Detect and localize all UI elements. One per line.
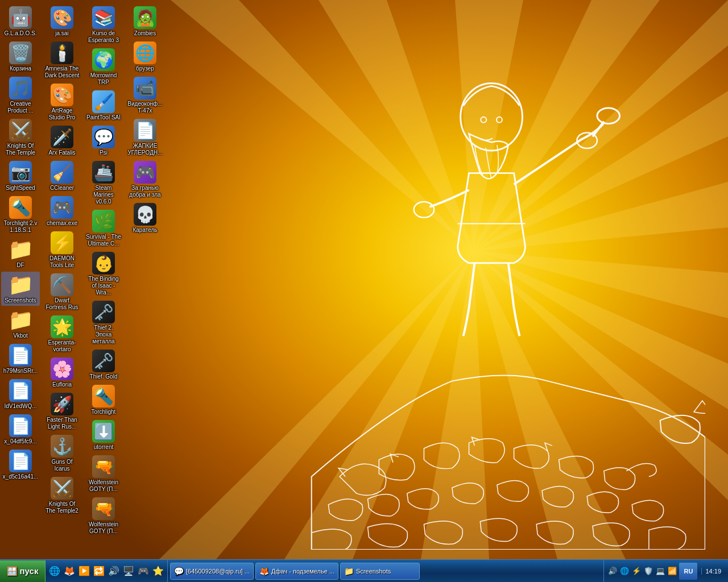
svg-point-17 (497, 117, 502, 123)
icon-dwarf[interactable]: ⛏️ Dwarf Fortress Rus (43, 272, 81, 313)
utorrent-icon: ⬇️ (92, 420, 115, 443)
icon-creative[interactable]: 🎵 Creative Product ... (1, 75, 40, 116)
icon-karatel[interactable]: 💀 Каратель (126, 201, 164, 235)
icon-wolfenstein2[interactable]: 🔫 Wolfenstein GOTY (П... (84, 496, 123, 537)
icon-videokonf[interactable]: 📹 Видеоконф... T-47x (126, 75, 164, 116)
icon-wolfenstein[interactable]: 🔫 Wolfenstein GOTY (П... (84, 454, 123, 494)
tray-icon-6[interactable]: 📶 (667, 566, 677, 576)
icon-torchlight2[interactable]: 🔦 Torchlight 2.v 1.18.S.1 (1, 194, 40, 235)
ql-sync-icon[interactable]: 🔁 (92, 564, 106, 578)
svg-marker-7 (473, 251, 626, 559)
icon-morrowind[interactable]: 🌍 Morrowind TRP (84, 47, 123, 88)
icon-kurso[interactable]: 📚 Kurso de Esperanto 3 (84, 5, 123, 45)
svg-marker-13 (455, 0, 523, 251)
icon-x04df5fc9[interactable]: 📄 x_04df5fc9... (1, 413, 40, 447)
svg-line-20 (593, 122, 604, 137)
svg-marker-8 (421, 251, 489, 559)
screenshots-app-label: Screenshots (356, 568, 391, 575)
wolfenstein-icon: 🔫 (92, 455, 115, 478)
icon-x-d5c16a41[interactable]: 📄 x_d5c16a41... (1, 448, 40, 482)
h79msn-icon: 📄 (9, 344, 32, 367)
icon-jasai[interactable]: 🎨 ja.sai (43, 5, 81, 39)
icon-zagrani[interactable]: 🎮 За гранью добра и зла (126, 159, 164, 200)
icon-chemax[interactable]: 🎮 chemax.exe (43, 194, 81, 228)
svg-marker-4 (473, 251, 728, 318)
qip-label: [645009208@qip.ru] ... (186, 568, 250, 575)
ql-browser-icon[interactable]: 🌐 (48, 564, 61, 578)
kurso-icon: 📚 (92, 6, 115, 29)
icon-psi[interactable]: 💬 Psi (84, 124, 123, 158)
icon-thief[interactable]: 🗝️ Thief. Gold (84, 348, 123, 382)
icon-h79msn[interactable]: 📄 h79MsnSRr... (1, 342, 40, 376)
artrage-icon: 🎨 (51, 84, 73, 106)
tray-icon-5[interactable]: 💻 (655, 566, 665, 576)
lang-button[interactable]: RU (679, 563, 697, 580)
screenshots-icon: 📁 (9, 273, 32, 296)
ql-audio-icon[interactable]: 🔊 (107, 564, 121, 578)
ql-game-icon[interactable]: 🎮 (136, 564, 150, 578)
icon-artrage[interactable]: 🎨 ArtRage Studio Pro (43, 82, 81, 123)
thief-icon: 🗝️ (92, 350, 115, 372)
tray-icon-2[interactable]: 🌐 (619, 566, 630, 576)
svg-point-19 (597, 108, 620, 124)
icon-knights2[interactable]: ⚔️ Knights Of The Temple2 (43, 475, 81, 516)
screenshots-app-icon: 📁 (344, 567, 354, 576)
icon-amnesia[interactable]: 🕯️ Amnesia The Dark Descent (43, 40, 81, 81)
psi-icon: 💬 (92, 126, 115, 148)
taskbar-app-qip[interactable]: 💬 [645009208@qip.ru] ... (170, 563, 254, 580)
icon-eufloria[interactable]: 🌸 Eufloria (43, 356, 81, 390)
icon-idv1edwq[interactable]: 📄 IdV1edWQ... (1, 377, 40, 411)
karatel-icon: 💀 (134, 203, 156, 226)
icon-knights[interactable]: ⚔️ Knights Of The Temple (1, 117, 40, 158)
dwarf-icon: ⛏️ (51, 273, 73, 296)
ql-firefox-icon[interactable]: 🦊 (63, 564, 76, 578)
icon-thief2[interactable]: 🗝️ Thief 2. Эпоха металла (84, 299, 123, 347)
tray-icon-1[interactable]: 🔊 (607, 566, 618, 576)
jasai-icon: 🎨 (51, 6, 73, 29)
torchlight2-icon: 🔦 (9, 196, 32, 219)
icon-glados[interactable]: 🤖 G.L.a.D.O.S. (1, 5, 40, 39)
icon-daemon[interactable]: ⚡ DAEMON Tools Lite (43, 230, 81, 271)
icon-survival[interactable]: 🌿 Survival - The Ultimate C... (84, 208, 123, 249)
tray-icon-3[interactable]: ⚡ (631, 566, 642, 576)
svg-marker-1 (473, 0, 728, 251)
taskbar-tray: 🔊 🌐 ⚡ 🛡️ 💻 📶 RU 14:19 (603, 560, 728, 582)
icon-steammarines[interactable]: 🚢 Steam Marines v0.6.0 (84, 159, 123, 207)
tray-icon-4[interactable]: 🛡️ (643, 566, 653, 576)
icon-utorrent[interactable]: ⬇️ utorrent (84, 418, 123, 452)
svg-marker-2 (473, 91, 728, 251)
taskbar-app-dfach[interactable]: 🦊 Дфач - подземелье ... (255, 563, 338, 580)
videokonf-icon: 📹 (134, 77, 156, 99)
desktop: 🤖 G.L.a.D.O.S. 🗑️ Корзина 🎵 Creative Pro… (0, 0, 728, 559)
dfach-label: Дфач - подземелье ... (271, 568, 334, 575)
icon-vkbot[interactable]: 📁 Vkbot (1, 307, 40, 341)
icon-esperanta[interactable]: 🌟 Esperanta-vortaro (43, 314, 81, 355)
icon-ccleaner[interactable]: 🧹 CCleaner (43, 159, 81, 193)
eufloria-icon: 🌸 (51, 357, 73, 380)
icon-sightspeed[interactable]: 📷 SightSpeed (1, 159, 40, 193)
ql-monitor-icon[interactable]: 🖥️ (122, 564, 135, 578)
icon-korzina[interactable]: 🗑️ Корзина (1, 40, 40, 74)
icon-faster[interactable]: 🚀 Faster Than Light Rus... (43, 391, 81, 432)
icon-guns[interactable]: ⚓ Guns Of Icarus (43, 433, 81, 474)
ql-star-icon[interactable]: ⭐ (151, 564, 165, 578)
svg-point-16 (481, 117, 486, 123)
icon-screenshots[interactable]: 📁 Screenshots (1, 272, 40, 306)
clock-time: 14:19 (705, 568, 721, 575)
start-button[interactable]: 🪟 пуск (0, 560, 46, 582)
ql-play-icon[interactable]: ▶️ (77, 564, 91, 578)
icon-browser[interactable]: 🌐 брузер (126, 40, 164, 74)
icon-binding[interactable]: 👶 The Binding of Isaac - Wra... (84, 250, 123, 298)
taskbar-quicklaunch: 🌐 🦊 ▶️ 🔁 🔊 🖥️ 🎮 ⭐ (46, 560, 168, 582)
icon-painttool[interactable]: 🖌️ PaintTool SAI (84, 89, 123, 123)
system-clock[interactable]: 14:19 (701, 568, 725, 575)
icon-zhapkie[interactable]: 📄 ЖАПКИЕ УГЛЕРOДН... (126, 117, 164, 158)
taskbar-app-screenshots[interactable]: 📁 Screenshots (340, 563, 420, 580)
icon-arxfatalis[interactable]: 🗡️ Arx Fatalis (43, 124, 81, 158)
icon-torchlight[interactable]: 🔦 Torchlight (84, 383, 123, 417)
desktop-icons-area: 🤖 G.L.a.D.O.S. 🗑️ Корзина 🎵 Creative Pro… (0, 0, 165, 559)
esperanta-icon: 🌟 (51, 315, 73, 338)
browser-icon: 🌐 (134, 41, 156, 64)
icon-df[interactable]: 📁 DF (1, 236, 40, 271)
icon-zombies[interactable]: 🧟 Zombies (126, 5, 164, 39)
